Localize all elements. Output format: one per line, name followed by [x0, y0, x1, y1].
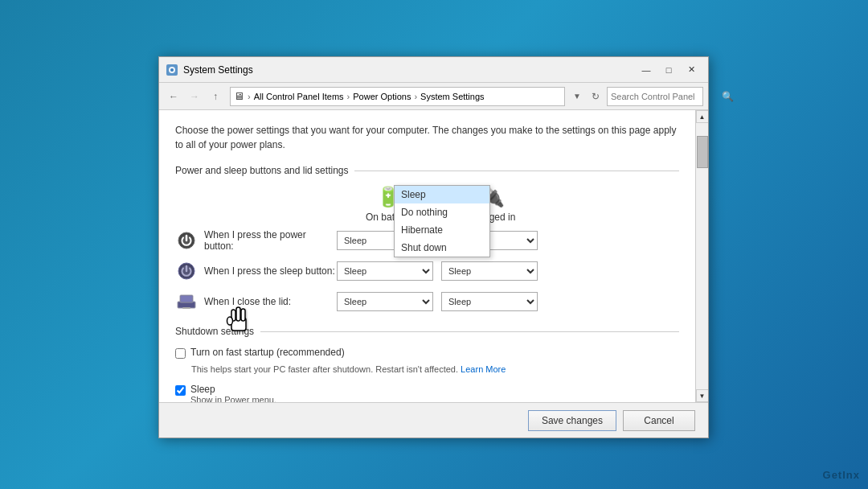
refresh-button[interactable]: ↻ — [586, 87, 605, 106]
search-box: 🔍 — [607, 87, 703, 106]
save-changes-button[interactable]: Save changes — [528, 410, 616, 431]
sleep-sub: Show in Power menu. — [190, 395, 276, 402]
lid-icon — [175, 290, 198, 313]
cancel-button[interactable]: Cancel — [623, 410, 695, 431]
section1-header: Power and sleep buttons and lid settings — [175, 165, 679, 176]
sleep-row: Sleep Show in Power menu. — [175, 384, 679, 402]
section1-title: Power and sleep buttons and lid settings — [175, 165, 348, 176]
section1-line — [354, 171, 679, 171]
lid-row: When I close the lid: Sleep Do nothing H… — [175, 290, 679, 313]
dropdown-item-donothing[interactable]: Do nothing — [395, 203, 489, 221]
scroll-down-button[interactable]: ▼ — [696, 389, 709, 402]
window-icon — [166, 64, 178, 76]
power-button-label: When I press the power button: — [204, 229, 337, 252]
dropdown-item-shutdown[interactable]: Shut down — [395, 239, 489, 257]
shutdown-section: Shutdown settings Turn on fast startup (… — [175, 326, 679, 402]
address-icon: 🖥 — [234, 90, 244, 102]
watermark: GetInx — [823, 469, 860, 481]
address-bar: 🖥 › All Control Panel Items › Power Opti… — [230, 87, 565, 106]
forward-button[interactable]: → — [185, 87, 204, 106]
fast-startup-help: This helps start your PC faster after sh… — [191, 364, 679, 376]
sleep-checkbox[interactable] — [175, 385, 186, 396]
address-part-3[interactable]: System Settings — [420, 92, 484, 101]
separator-2: › — [347, 92, 350, 101]
description-text: Choose the power settings that you want … — [175, 123, 679, 152]
address-part-1[interactable]: All Control Panel Items — [254, 92, 344, 101]
svg-rect-10 — [182, 307, 190, 309]
fast-startup-label: Turn on fast startup (recommended) — [190, 347, 345, 358]
maximize-button[interactable]: □ — [658, 62, 679, 78]
address-part-2[interactable]: Power Options — [353, 92, 411, 101]
section2-line — [260, 331, 679, 332]
sleep-dropdown-overlay: Sleep Do nothing Hibernate Shut down — [394, 185, 490, 257]
power-button-icon — [175, 229, 198, 252]
scroll-track — [697, 123, 708, 389]
separator-1: › — [248, 92, 251, 101]
window-controls: — □ ✕ — [636, 62, 702, 78]
separator-3: › — [414, 92, 417, 101]
section2-header: Shutdown settings — [175, 326, 679, 337]
dropdown-item-sleep[interactable]: Sleep — [395, 186, 489, 203]
navigation-bar: ← → ↑ 🖥 › All Control Panel Items › Powe… — [159, 83, 708, 110]
learn-more-link[interactable]: Learn More — [461, 364, 506, 374]
up-button[interactable]: ↑ — [206, 87, 225, 106]
sleep-button-row: When I press the sleep button: Sleep Do … — [175, 260, 679, 282]
minimize-button[interactable]: — — [636, 62, 657, 78]
footer-bar: Save changes Cancel — [159, 402, 708, 438]
scrollbar: ▲ ▼ — [695, 110, 708, 402]
sleep-button-dropdowns: Sleep Do nothing Hibernate Shut down Sle… — [337, 261, 538, 281]
title-bar: System Settings — □ ✕ — [159, 57, 708, 83]
address-dropdown-button[interactable]: ▼ — [570, 87, 584, 106]
sleep-button-battery-select[interactable]: Sleep Do nothing Hibernate Shut down — [337, 261, 433, 281]
lid-dropdowns: Sleep Do nothing Hibernate Shut down Sle… — [337, 292, 538, 311]
sleep-button-icon — [175, 260, 198, 282]
window-title: System Settings — [183, 64, 636, 76]
fast-startup-checkbox[interactable] — [175, 348, 186, 359]
lid-plugged-select[interactable]: Sleep Do nothing Hibernate Shut down — [441, 292, 538, 311]
scroll-up-button[interactable]: ▲ — [696, 110, 709, 123]
lid-label: When I close the lid: — [204, 296, 337, 307]
sleep-label: Sleep — [190, 384, 276, 395]
search-input[interactable] — [611, 92, 722, 101]
search-icon[interactable]: 🔍 — [722, 90, 734, 103]
svg-point-2 — [170, 68, 174, 72]
section2-title: Shutdown settings — [175, 326, 254, 337]
dropdown-item-hibernate[interactable]: Hibernate — [395, 221, 489, 239]
sleep-button-plugged-select[interactable]: Sleep Do nothing Hibernate Shut down — [441, 261, 538, 281]
back-button[interactable]: ← — [164, 87, 183, 106]
sleep-button-label: When I press the sleep button: — [204, 265, 337, 277]
close-button[interactable]: ✕ — [681, 62, 702, 78]
lid-battery-select[interactable]: Sleep Do nothing Hibernate Shut down — [337, 292, 433, 311]
fast-startup-row: Turn on fast startup (recommended) — [175, 347, 679, 359]
scroll-thumb[interactable] — [697, 136, 708, 168]
svg-rect-9 — [181, 296, 192, 302]
